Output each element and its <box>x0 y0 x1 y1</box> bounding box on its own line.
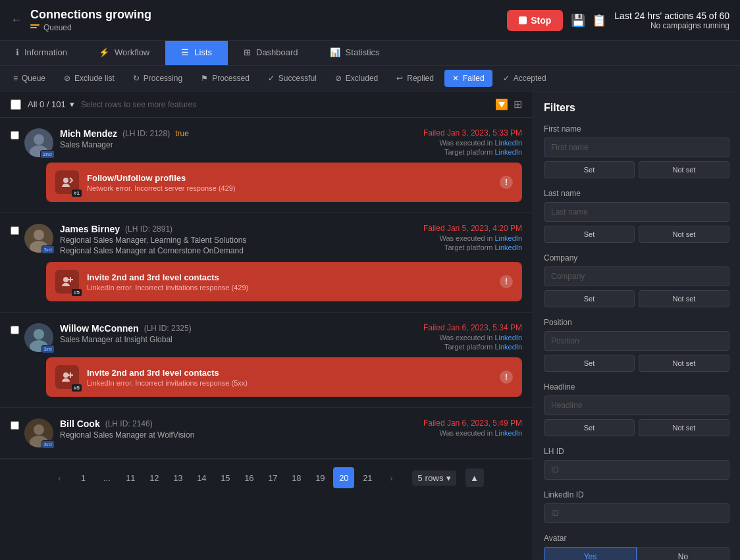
invite-icon <box>61 370 74 384</box>
tab-information[interactable]: ℹ Information <box>0 41 83 65</box>
first-name-set-button[interactable]: Set <box>544 161 635 178</box>
company-set-button[interactable]: Set <box>544 290 635 307</box>
rows-label: 5 rows <box>417 473 443 483</box>
rows-chevron-icon: ▾ <box>446 473 451 483</box>
avatar: 3rd <box>24 419 53 447</box>
linkedin-id-input[interactable] <box>544 503 729 523</box>
position-not-set-button[interactable]: Not set <box>639 355 729 372</box>
page-12-button[interactable]: 12 <box>144 467 165 488</box>
subtab-excluded[interactable]: ⊘ Excluded <box>327 70 386 87</box>
first-name-input[interactable] <box>544 138 729 157</box>
contact-checkbox[interactable] <box>11 326 19 334</box>
next-page-button[interactable]: › <box>381 467 402 488</box>
follow-icon <box>61 176 74 189</box>
subtab-failed[interactable]: ✕ Failed <box>444 70 492 87</box>
lh-id-input[interactable] <box>544 460 729 480</box>
page-14-button[interactable]: 14 <box>191 467 212 488</box>
alert-icon: ! <box>500 176 513 189</box>
executed-in: Was executed in LinkedIn <box>439 429 522 437</box>
headline-set-button[interactable]: Set <box>544 419 635 436</box>
rows-count-button[interactable]: 5 rows ▾ <box>412 471 456 486</box>
avatar-filter: Avatar Yes No <box>544 534 729 560</box>
subtab-processed[interactable]: ⚑ Processed <box>193 70 257 87</box>
page-16-button[interactable]: 16 <box>238 467 259 488</box>
filter-icon[interactable]: 🔽 <box>495 98 508 111</box>
page-15-button[interactable]: 15 <box>215 467 236 488</box>
page-17-button[interactable]: 17 <box>262 467 283 488</box>
lh-id-filter: LH ID <box>544 447 729 480</box>
position-input[interactable] <box>544 331 729 351</box>
degree-badge: 3rd <box>41 245 55 254</box>
tab-lists[interactable]: ☰ Lists <box>165 41 228 65</box>
contact-status-col: Failed Jan 5, 2023, 4:20 PM Was executed… <box>390 224 522 251</box>
contact-name: Bill Cook <box>60 419 100 429</box>
avatar-no-button[interactable]: No <box>637 547 729 560</box>
target-platform: Target platform LinkedIn <box>444 343 522 351</box>
page-18-button[interactable]: 18 <box>286 467 307 488</box>
page-19-button[interactable]: 19 <box>309 467 330 488</box>
left-panel: All 0 / 101 ▾ Select rows to see more fe… <box>0 91 533 560</box>
workflow-icon: ⚡ <box>99 47 109 57</box>
contact-checkbox[interactable] <box>11 421 19 430</box>
contact-card: 3rd Bill Cook (LH ID: 2146) Regional Sal… <box>0 408 533 459</box>
back-button[interactable]: ← <box>11 13 22 27</box>
stop-button[interactable]: Stop <box>507 10 563 31</box>
contact-title: Regional Sales Manager, Learning & Talen… <box>60 236 390 245</box>
subtab-successful[interactable]: ✓ Successful <box>260 70 325 87</box>
tab-dashboard[interactable]: ⊞ Dashboard <box>228 41 314 65</box>
contact-checkbox[interactable] <box>11 226 19 235</box>
page-13-button[interactable]: 13 <box>167 467 188 488</box>
save-icon[interactable]: 💾 <box>571 13 585 28</box>
action-num: #1 <box>72 190 82 197</box>
row-count-button[interactable]: All 0 / 101 ▾ <box>28 99 74 109</box>
failed-tab-icon: ✕ <box>452 74 459 83</box>
company-input[interactable] <box>544 267 729 286</box>
last-name-set-button[interactable]: Set <box>544 226 635 243</box>
lists-icon: ☰ <box>181 47 189 57</box>
title-area: Connections growing Queued <box>30 8 499 32</box>
prev-page-button[interactable]: ‹ <box>49 467 70 488</box>
last-name-input[interactable] <box>544 202 729 222</box>
contact-lh-id: (LH ID: 2325) <box>144 324 192 333</box>
contact-card: 2nd Mich Mendez (LH ID: 2128) true Sales… <box>0 118 533 213</box>
tab-statistics[interactable]: 📊 Statistics <box>314 41 396 65</box>
subtab-replied[interactable]: ↩ Replied <box>388 70 442 87</box>
page-21-button[interactable]: 21 <box>357 467 378 488</box>
avatar: 3rd <box>24 224 53 253</box>
contact-card: 3rd Willow McConnen (LH ID: 2325) Sales … <box>0 313 533 408</box>
page-20-button[interactable]: 20 <box>333 467 354 488</box>
failed-date: Failed Jan 5, 2023, 4:20 PM <box>423 224 522 233</box>
first-name-not-set-button[interactable]: Not set <box>639 161 729 178</box>
svg-point-11 <box>63 372 68 378</box>
select-all-checkbox[interactable] <box>11 99 21 110</box>
tab-workflow[interactable]: ⚡ Workflow <box>83 41 165 65</box>
main-content: All 0 / 101 ▾ Select rows to see more fe… <box>0 91 740 560</box>
header-stats: Last 24 hrs' actions 45 of 60 No campaig… <box>614 11 729 30</box>
contact-card: 3rd James Birney (LH ID: 2891) Regional … <box>0 213 533 313</box>
target-platform: Target platform LinkedIn <box>444 243 522 251</box>
subtab-accepted[interactable]: ✓ Accepted <box>495 70 554 87</box>
company-not-set-button[interactable]: Not set <box>639 290 729 307</box>
copy-icon[interactable]: 📋 <box>592 13 606 28</box>
subtab-processing[interactable]: ↻ Processing <box>125 70 190 87</box>
replied-tab-icon: ↩ <box>396 74 403 83</box>
successful-tab-icon: ✓ <box>268 74 275 83</box>
columns-icon[interactable]: ⊞ <box>514 98 522 111</box>
scroll-top-button[interactable]: ▲ <box>465 469 484 487</box>
subtab-exclude-list[interactable]: ⊘ Exclude list <box>56 70 122 87</box>
page-1-button[interactable]: 1 <box>72 467 93 488</box>
contact-checkbox[interactable] <box>11 131 19 140</box>
subtab-queue[interactable]: ≡ Queue <box>5 70 53 87</box>
avatar-yes-button[interactable]: Yes <box>544 547 637 560</box>
headline-not-set-button[interactable]: Not set <box>639 419 729 436</box>
headline-input[interactable] <box>544 395 729 415</box>
pagination: ‹ 1 ... 11 12 13 14 15 16 17 18 19 20 21… <box>0 459 533 496</box>
action-icon-wrap: #5 <box>55 365 79 389</box>
rows-selector: 5 rows ▾ ▲ <box>412 469 483 487</box>
lh-id-label: LH ID <box>544 447 729 456</box>
contact-lh-id: (LH ID: 2891) <box>125 224 172 234</box>
position-set-button[interactable]: Set <box>544 355 635 372</box>
page-11-button[interactable]: 11 <box>120 467 141 488</box>
contact-title: Sales Manager <box>60 140 390 149</box>
last-name-not-set-button[interactable]: Not set <box>639 226 729 243</box>
